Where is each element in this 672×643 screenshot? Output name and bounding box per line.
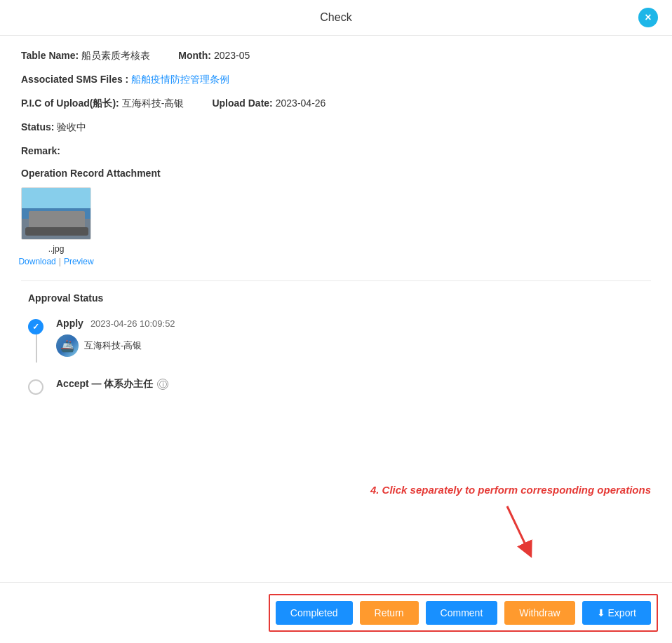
info-row-5: Remark: [21,145,651,156]
approval-timeline: Apply 2023-04-26 10:09:52 互海科技-高银 Accept… [28,318,644,398]
download-link[interactable]: Download [18,257,55,266]
attachment-filename: ..jpg [48,244,65,254]
table-name-item: Table Name: 船员素质考核表 [21,50,150,62]
close-button[interactable]: × [638,8,658,27]
info-row-3: P.I.C of Upload(船长): 互海科技-高银 Upload Date… [21,97,651,110]
month-value: 2023-05 [214,50,250,61]
withdraw-button[interactable]: Withdraw [504,601,574,625]
footer-highlight: Completed Return Comment Withdraw ⬇ Expo… [269,594,658,632]
export-button[interactable]: ⬇ Export [582,601,651,625]
upload-date-item: Upload Date: 2023-04-26 [212,97,325,109]
status-value: 验收中 [57,121,86,134]
timeline-content-accept: Accept — 体系办主任 ⓘ [56,378,644,398]
section-divider [21,280,651,281]
attachment-actions: Download | Preview [18,257,93,266]
timeline-item-accept: Accept — 体系办主任 ⓘ [56,378,644,398]
remark-label: Remark: [21,145,60,156]
upload-date-label: Upload Date: [212,97,272,109]
comment-button[interactable]: Comment [426,601,498,625]
info-row-4: Status: 验收中 [21,121,651,134]
apply-sub-row: 互海科技-高银 [56,334,644,357]
status-item: Status: 验收中 [21,121,86,134]
pic-value: 互海科技-高银 [122,97,184,110]
accept-step-name: Accept — 体系办主任 [56,378,153,391]
approval-section: Approval Status Apply 2023-04-26 10:09:5… [21,292,651,398]
pic-label: P.I.C of Upload(船长): [21,97,119,110]
approval-title: Approval Status [28,292,644,304]
annotation-text: 4. Click separately to perform correspon… [370,484,651,496]
svg-line-1 [507,506,528,550]
accept-pending-row: Accept — 体系办主任 ⓘ [56,378,644,391]
upload-date-value: 2023-04-26 [276,97,326,109]
apply-timestamp: 2023-04-26 10:09:52 [90,318,175,329]
pic-item: P.I.C of Upload(船长): 互海科技-高银 [21,97,184,110]
timeline-dot-apply [28,319,43,334]
info-row-1: Table Name: 船员素质考核表 Month: 2023-05 [21,50,651,62]
dialog-header: Check × [0,0,672,36]
apply-step-name: Apply [56,318,83,329]
dialog-title: Check [320,11,351,24]
dialog-footer: Completed Return Comment Withdraw ⬇ Expo… [0,582,672,643]
apply-main-row: Apply 2023-04-26 10:09:52 [56,318,644,329]
info-circle-icon[interactable]: ⓘ [157,379,168,390]
sms-files-item: Associated SMS Files : 船舶疫情防控管理条例 [21,74,229,86]
annotation-container: 4. Click separately to perform correspon… [370,484,651,559]
attachment-section-label: Operation Record Attachment [21,168,651,179]
annotation-arrow-icon [497,503,539,559]
timeline-line-apply [36,334,37,363]
user-name: 互海科技-高银 [84,339,142,352]
timeline-content-apply: Apply 2023-04-26 10:09:52 互海科技-高银 [56,318,644,364]
month-label: Month: [178,50,211,61]
dialog-body: Table Name: 船员素质考核表 Month: 2023-05 Assoc… [0,36,672,426]
return-button[interactable]: Return [360,601,419,625]
info-row-2: Associated SMS Files : 船舶疫情防控管理条例 [21,74,651,86]
user-avatar [56,334,79,357]
preview-link[interactable]: Preview [64,257,94,266]
attachment-thumbnail [21,187,91,240]
sms-files-link[interactable]: 船舶疫情防控管理条例 [131,74,229,86]
timeline-item-apply: Apply 2023-04-26 10:09:52 互海科技-高银 [56,318,644,364]
attachment-section: Operation Record Attachment ..jpg Downlo… [21,168,651,266]
attachment-item: ..jpg Download | Preview [21,187,91,266]
table-name-label: Table Name: [21,50,79,61]
sms-files-label: Associated SMS Files : [21,74,128,85]
month-item: Month: 2023-05 [178,50,250,61]
status-label: Status: [21,121,54,133]
table-name-value: 船员素质考核表 [81,50,150,62]
remark-item: Remark: [21,145,60,156]
attachment-separator: | [59,257,61,266]
completed-button[interactable]: Completed [276,601,353,625]
timeline-dot-accept [28,379,43,395]
